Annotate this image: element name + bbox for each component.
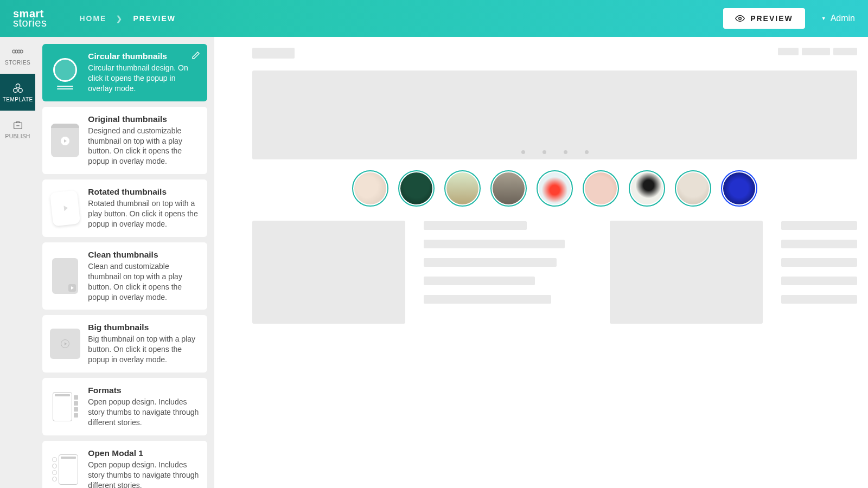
thumb-circular-icon xyxy=(50,52,80,94)
thumb-clean-icon xyxy=(50,250,80,303)
preview-area xyxy=(214,37,868,488)
template-card-rotated[interactable]: Rotated thumbnails Rotated thumbnail on … xyxy=(42,179,207,237)
hero-placeholder xyxy=(252,70,857,159)
template-card-circular[interactable]: Circular thumbnails Circular thumbnail d… xyxy=(42,44,207,101)
eye-icon xyxy=(735,14,745,23)
breadcrumb-current: PREVIEW xyxy=(133,14,176,23)
template-icon xyxy=(12,82,24,94)
brand-logo: smart stories xyxy=(13,9,47,28)
card-title: Big thumbnails xyxy=(88,323,200,332)
nav-stories[interactable]: STORIES xyxy=(0,37,35,74)
placeholder xyxy=(252,48,295,59)
card-desc: Rotated thumbnail on top with a play but… xyxy=(88,198,200,229)
thumb-open-modal-1-icon xyxy=(50,448,80,488)
thumb-big-icon xyxy=(50,323,80,365)
app-header: smart stories HOME ❯ PREVIEW PREVIEW ▼ A… xyxy=(0,0,868,37)
story-thumb[interactable] xyxy=(583,170,619,207)
left-nav: STORIES TEMPLATE PUBLISH xyxy=(0,37,35,488)
card-title: Rotated thumbnails xyxy=(88,187,200,197)
template-card-open-modal-1[interactable]: Open Modal 1 Open popup design. Includes… xyxy=(42,441,207,488)
stories-row xyxy=(252,170,857,207)
nav-template-label: TEMPLATE xyxy=(3,97,33,102)
story-thumb[interactable] xyxy=(675,170,711,207)
mock-topbar xyxy=(252,48,857,59)
preview-button-label: PREVIEW xyxy=(750,14,793,23)
card-title: Open Modal 1 xyxy=(88,448,200,458)
placeholder-image xyxy=(610,221,763,324)
thumb-rotated-icon xyxy=(50,187,80,229)
template-card-formats[interactable]: Formats Open popup design. Includes stor… xyxy=(42,378,207,435)
placeholder-text-block xyxy=(424,221,565,324)
template-panel[interactable]: Circular thumbnails Circular thumbnail d… xyxy=(35,37,214,488)
carousel-dot[interactable] xyxy=(521,150,525,154)
card-desc: Designed and customizable thumbnail on t… xyxy=(88,126,200,167)
placeholder xyxy=(778,48,799,55)
story-thumb[interactable] xyxy=(537,170,573,207)
mock-content-row xyxy=(252,221,857,324)
carousel-dot[interactable] xyxy=(585,150,589,154)
carousel-dots xyxy=(521,150,589,154)
story-thumb[interactable] xyxy=(398,170,435,207)
brand-line2: stories xyxy=(13,18,47,28)
svg-point-6 xyxy=(13,88,17,92)
card-title: Clean thumbnails xyxy=(88,250,200,260)
breadcrumb: HOME ❯ PREVIEW xyxy=(79,14,176,23)
nav-stories-label: STORIES xyxy=(5,60,30,66)
nav-publish[interactable]: PUBLISH xyxy=(0,111,35,147)
publish-icon xyxy=(12,119,24,131)
nav-publish-label: PUBLISH xyxy=(5,133,30,139)
placeholder xyxy=(833,48,857,55)
thumb-original-icon xyxy=(50,114,80,167)
edit-icon[interactable] xyxy=(192,51,200,60)
header-right: PREVIEW ▼ Admin xyxy=(723,8,855,29)
placeholder-text-block xyxy=(781,221,857,324)
template-card-clean[interactable]: Clean thumbnails Clean and customizable … xyxy=(42,242,207,310)
chevron-right-icon: ❯ xyxy=(116,15,123,23)
card-desc: Open popup design. Includes story thumbs… xyxy=(88,397,200,428)
svg-point-0 xyxy=(739,17,742,20)
preview-button[interactable]: PREVIEW xyxy=(723,8,805,29)
caret-down-icon: ▼ xyxy=(821,16,826,21)
card-desc: Open popup design. Includes story thumbs… xyxy=(88,460,200,488)
user-menu[interactable]: ▼ Admin xyxy=(821,14,855,23)
user-name: Admin xyxy=(831,14,855,23)
card-desc: Clean and customizable thumbnail on top … xyxy=(88,261,200,303)
template-card-big[interactable]: Big thumbnails Big thumbnail on top with… xyxy=(42,315,207,373)
carousel-dot[interactable] xyxy=(542,150,546,154)
story-thumb[interactable] xyxy=(444,170,481,207)
stories-icon xyxy=(12,46,24,57)
carousel-dot[interactable] xyxy=(564,150,567,154)
placeholder-image xyxy=(252,221,405,324)
story-thumb[interactable] xyxy=(629,170,665,207)
breadcrumb-home[interactable]: HOME xyxy=(79,14,106,23)
card-desc: Circular thumbnail design. On click it o… xyxy=(88,63,200,94)
placeholder xyxy=(802,48,830,55)
card-title: Formats xyxy=(88,386,200,395)
story-thumb[interactable] xyxy=(490,170,527,207)
card-title: Circular thumbnails xyxy=(88,52,200,61)
template-card-original[interactable]: Original thumbnails Designed and customi… xyxy=(42,107,207,175)
svg-point-5 xyxy=(16,84,20,87)
card-title: Original thumbnails xyxy=(88,114,200,124)
story-thumb[interactable] xyxy=(352,170,388,207)
svg-point-7 xyxy=(18,88,22,92)
nav-template[interactable]: TEMPLATE xyxy=(0,74,35,111)
thumb-formats-icon xyxy=(50,386,80,428)
card-desc: Big thumbnail on top with a play button.… xyxy=(88,334,200,365)
story-thumb-active[interactable] xyxy=(721,170,757,207)
